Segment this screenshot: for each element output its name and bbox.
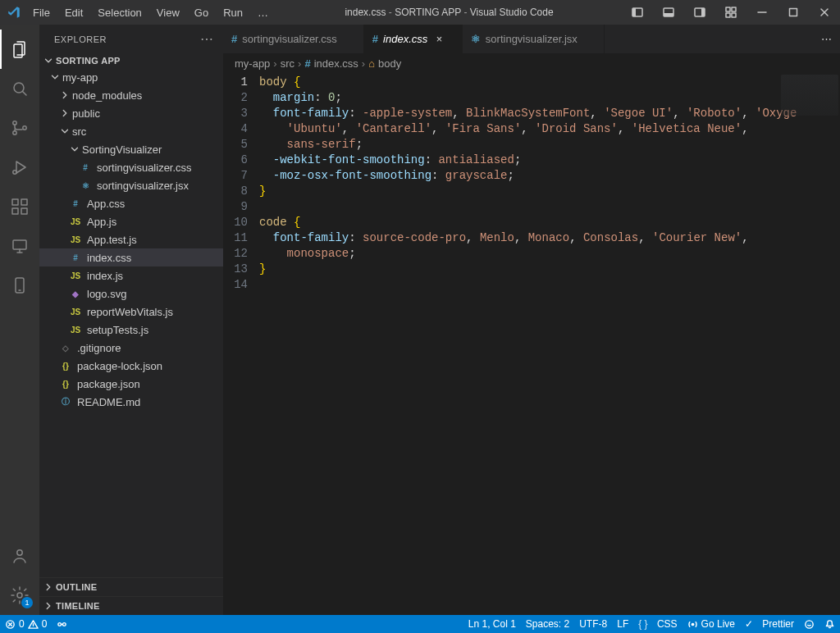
- activity-explorer[interactable]: [0, 30, 39, 69]
- breadcrumb-item[interactable]: ⌂ body: [368, 57, 401, 70]
- editor-tab[interactable]: ⚛sortingvisualizer.jsx×: [463, 25, 605, 53]
- file-item[interactable]: JSsetupTests.js: [39, 321, 223, 339]
- folder-item[interactable]: SortingVisualizer: [39, 140, 223, 158]
- status-cursor-position[interactable]: Ln 1, Col 1: [468, 618, 516, 630]
- file-item[interactable]: {}package-lock.json: [39, 357, 223, 375]
- status-prettier[interactable]: ✓ Prettier: [745, 618, 794, 630]
- window-maximize-button[interactable]: [779, 1, 807, 24]
- file-item[interactable]: #sortingvisualizer.css: [39, 158, 223, 176]
- customize-layout-icon[interactable]: [717, 1, 745, 24]
- status-language[interactable]: { } CSS: [638, 618, 677, 630]
- outline-section-header[interactable]: OUTLINE: [39, 577, 223, 596]
- folder-item[interactable]: src: [39, 122, 223, 140]
- code-line[interactable]: sans-serif;: [259, 137, 840, 153]
- file-item[interactable]: #index.css: [39, 248, 223, 266]
- activity-search[interactable]: [0, 69, 39, 108]
- activity-run-debug[interactable]: [0, 148, 39, 187]
- svg-rect-22: [12, 208, 18, 214]
- activity-remote[interactable]: [0, 226, 39, 266]
- menu-file[interactable]: File: [26, 3, 57, 22]
- folder-item[interactable]: public: [39, 104, 223, 122]
- file-item[interactable]: ◆logo.svg: [39, 285, 223, 303]
- menu-edit[interactable]: Edit: [58, 3, 89, 22]
- toggle-panel-icon[interactable]: [655, 1, 682, 24]
- window-minimize-button[interactable]: [748, 1, 776, 24]
- tab-label: sortingvisualizer.css: [242, 33, 337, 45]
- status-go-live[interactable]: Go Live: [687, 618, 735, 630]
- chevron-right-icon: [59, 89, 71, 101]
- editor-content[interactable]: body { margin: 0; font-family: -apple-sy…: [259, 73, 840, 615]
- status-feedback-icon[interactable]: [804, 619, 815, 630]
- code-line[interactable]: monospace;: [259, 246, 840, 262]
- svg-icon: ◆: [69, 287, 82, 300]
- code-line[interactable]: font-family: -apple-system, BlinkMacSyst…: [259, 106, 840, 121]
- menu-selection[interactable]: Selection: [91, 3, 148, 22]
- toggle-secondary-sidebar-icon[interactable]: [686, 1, 714, 24]
- editor-tab[interactable]: #sortingvisualizer.css×: [223, 25, 364, 53]
- code-line[interactable]: [259, 199, 840, 215]
- breadcrumbs[interactable]: my-app›src›# index.css›⌂ body: [223, 53, 840, 73]
- status-ports[interactable]: [57, 619, 67, 630]
- activity-settings[interactable]: 1: [0, 576, 39, 615]
- file-item[interactable]: ⚛sortingvisualizer.jsx: [39, 176, 223, 194]
- file-item[interactable]: ◇.gitignore: [39, 339, 223, 357]
- breadcrumb-item[interactable]: # index.css: [304, 57, 358, 70]
- file-item[interactable]: JSApp.test.js: [39, 230, 223, 248]
- code-line[interactable]: -moz-osx-font-smoothing: grayscale;: [259, 168, 840, 184]
- folder-item[interactable]: node_modules: [39, 86, 223, 104]
- code-line[interactable]: font-family: source-code-pro, Menlo, Mon…: [259, 230, 840, 246]
- status-notifications-icon[interactable]: [824, 619, 835, 630]
- code-line[interactable]: }: [259, 184, 840, 199]
- close-icon[interactable]: ×: [432, 33, 445, 45]
- status-indentation[interactable]: Spaces: 2: [526, 618, 569, 630]
- activity-source-control[interactable]: [0, 108, 39, 148]
- code-line[interactable]: 'Ubuntu', 'Cantarell', 'Fira Sans', 'Dro…: [259, 121, 840, 137]
- file-item[interactable]: {}package.json: [39, 375, 223, 393]
- tree-label: public: [72, 107, 100, 120]
- svg-point-30: [17, 550, 22, 555]
- window-close-button[interactable]: [810, 1, 838, 24]
- minimap[interactable]: [781, 75, 838, 116]
- activity-device[interactable]: [0, 266, 39, 305]
- activity-extensions[interactable]: [0, 187, 39, 226]
- file-item[interactable]: JSreportWebVitals.js: [39, 303, 223, 321]
- workspace-folder-header[interactable]: SORTING APP: [39, 53, 223, 68]
- tree-label: reportWebVitals.js: [87, 306, 173, 318]
- svg-rect-9: [732, 13, 736, 17]
- status-encoding[interactable]: UTF-8: [579, 618, 607, 630]
- line-number: 3: [223, 106, 248, 121]
- more-actions-icon[interactable]: ⋯: [821, 33, 832, 45]
- menu-view[interactable]: View: [150, 3, 186, 22]
- file-item[interactable]: ⓘREADME.md: [39, 393, 223, 411]
- file-item[interactable]: #App.css: [39, 194, 223, 212]
- breadcrumb-item[interactable]: src: [281, 57, 294, 70]
- code-line[interactable]: margin: 0;: [259, 90, 840, 106]
- toggle-primary-sidebar-icon[interactable]: [623, 1, 651, 24]
- file-item[interactable]: JSApp.js: [39, 212, 223, 230]
- svg-rect-6: [726, 7, 730, 11]
- js-icon: JS: [69, 233, 82, 246]
- timeline-section-header[interactable]: TIMELINE: [39, 596, 223, 615]
- code-line[interactable]: [259, 277, 840, 293]
- tree-label: node_modules: [72, 89, 142, 102]
- status-eol[interactable]: LF: [617, 618, 628, 630]
- tab-label: sortingvisualizer.jsx: [486, 33, 578, 45]
- menu-go[interactable]: Go: [188, 3, 215, 22]
- tree-label: index.css: [87, 252, 131, 264]
- title-file: index.css: [345, 7, 386, 18]
- editor[interactable]: 1234567891011121314 body { margin: 0; fo…: [223, 73, 840, 615]
- git-icon: ◇: [59, 341, 72, 354]
- code-line[interactable]: body {: [259, 75, 840, 90]
- file-item[interactable]: JSindex.js: [39, 266, 223, 285]
- menu-…[interactable]: …: [251, 3, 275, 22]
- code-line[interactable]: }: [259, 262, 840, 277]
- code-line[interactable]: code {: [259, 215, 840, 230]
- breadcrumb-item[interactable]: my-app: [235, 57, 270, 70]
- folder-item[interactable]: my-app: [39, 68, 223, 86]
- status-problems[interactable]: 0 0: [5, 618, 47, 630]
- editor-tabs: #sortingvisualizer.css×#index.css×⚛sorti…: [223, 25, 840, 53]
- code-line[interactable]: -webkit-font-smoothing: antialiased;: [259, 153, 840, 168]
- menu-run[interactable]: Run: [217, 3, 249, 22]
- activity-accounts[interactable]: [0, 536, 39, 576]
- editor-tab[interactable]: #index.css×: [364, 25, 463, 53]
